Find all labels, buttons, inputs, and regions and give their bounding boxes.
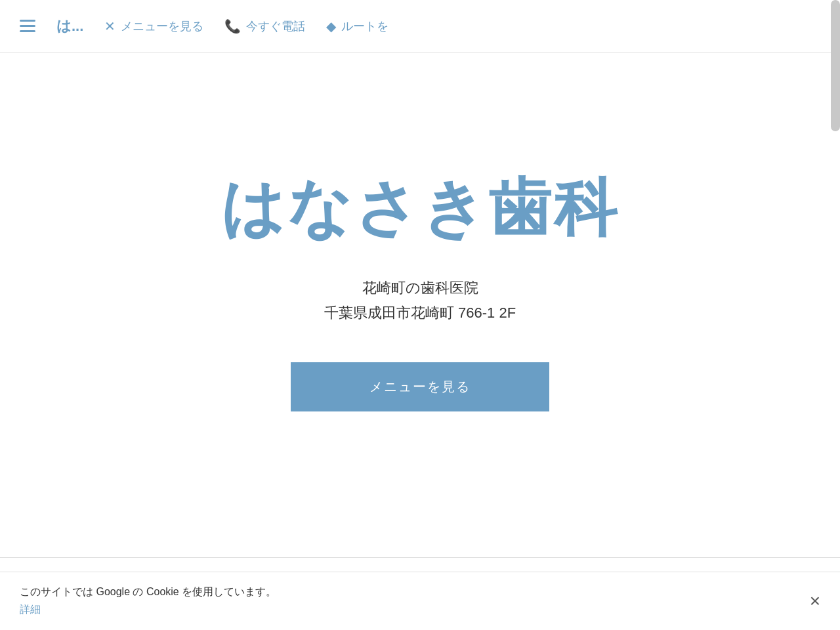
phone-icon: 📞: [224, 18, 241, 34]
scrollbar[interactable]: [831, 0, 840, 131]
navbar-call-label: 今すぐ電話: [246, 18, 305, 34]
menu-button[interactable]: メニューを見る: [291, 362, 549, 411]
hamburger-menu-icon[interactable]: [20, 20, 35, 32]
route-icon: ◆: [326, 18, 336, 34]
brand-name[interactable]: は...: [56, 16, 83, 36]
navbar-menu-item[interactable]: ✕ メニューを見る: [104, 18, 203, 34]
clinic-title: はなさき歯科: [220, 167, 620, 252]
cookie-detail-link[interactable]: 詳細: [20, 603, 820, 617]
clinic-address: 千葉県成田市花崎町 766-1 2F: [324, 303, 516, 323]
navbar-call-item[interactable]: 📞 今すぐ電話: [224, 18, 305, 34]
cookie-banner: このサイトでは Google の Cookie を使用しています。 詳細 ×: [0, 572, 840, 630]
cookie-message: このサイトでは Google の Cookie を使用しています。: [20, 585, 820, 599]
navbar-route-label: ルートを: [341, 18, 388, 34]
navbar: は... ✕ メニューを見る 📞 今すぐ電話 ◆ ルートを: [0, 0, 840, 52]
navbar-route-item[interactable]: ◆ ルートを: [326, 18, 388, 34]
clinic-type: 花崎町の歯科医院: [362, 278, 478, 298]
main-content: はなさき歯科 花崎町の歯科医院 千葉県成田市花崎町 766-1 2F メニューを…: [0, 52, 840, 525]
navbar-menu-label: メニューを見る: [121, 18, 203, 34]
menu-icon: ✕: [104, 18, 116, 34]
separator: [0, 557, 840, 558]
cookie-close-button[interactable]: ×: [810, 591, 820, 612]
